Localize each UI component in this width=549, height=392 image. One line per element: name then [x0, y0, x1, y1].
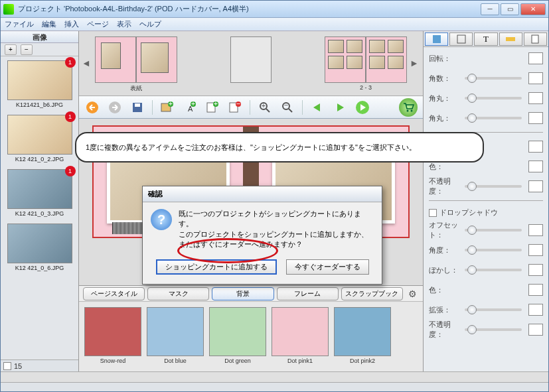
menu-file[interactable]: ファイル — [5, 19, 34, 29]
tab-page-style[interactable]: ページスタイル — [83, 287, 145, 300]
close-button[interactable]: ✕ — [520, 3, 546, 15]
slider[interactable] — [465, 185, 522, 188]
thumbnail-image: 1 — [7, 60, 72, 100]
settings-icon[interactable]: ⚙ — [406, 287, 419, 300]
tab-page-icon[interactable] — [524, 33, 547, 46]
swatch-preview — [272, 307, 329, 356]
value-box[interactable] — [528, 72, 543, 84]
color-well[interactable] — [528, 284, 543, 296]
slider[interactable] — [465, 117, 522, 119]
swatch-item[interactable]: Dot blue — [147, 307, 204, 366]
menu-page[interactable]: ページ — [87, 19, 109, 29]
value-box[interactable] — [528, 141, 543, 153]
tab-shape-icon[interactable] — [425, 33, 448, 46]
tab-color-icon[interactable] — [499, 33, 522, 46]
add-image-button[interactable]: + — [159, 99, 175, 115]
spread-blank[interactable] — [230, 36, 272, 84]
dialog-line1: 既に一つのプロジェクトがショッピングカートにあります。 — [179, 209, 374, 229]
zoom-out-button[interactable]: − — [279, 99, 295, 115]
value-box[interactable] — [528, 180, 543, 192]
swatch-item[interactable]: Dot pink2 — [334, 307, 391, 366]
menu-help[interactable]: ヘルプ — [139, 19, 161, 29]
swatch-preview — [334, 307, 391, 356]
menu-view[interactable]: 表示 — [117, 19, 131, 29]
svg-point-24 — [411, 109, 413, 111]
page-strip: ◄ 表紙 — [79, 31, 423, 96]
value-box[interactable] — [528, 112, 543, 124]
svg-text:+: + — [191, 101, 195, 107]
spread-2-3[interactable]: 2 - 3 — [325, 36, 407, 91]
strip-prev-button[interactable]: ◄ — [82, 58, 92, 68]
add-image-button[interactable]: + — [5, 44, 17, 55]
slider[interactable] — [465, 269, 522, 271]
slider[interactable] — [465, 249, 522, 251]
tab-scrapbook[interactable]: スクラップブック — [341, 287, 403, 300]
swatch-item[interactable]: Dot green — [209, 307, 266, 366]
swatch-label: Dot green — [224, 358, 251, 364]
dialog-body: ? 既に一つのプロジェクトがショッピングカートにあります。 このプロジェクトをシ… — [143, 202, 382, 259]
add-to-cart-button[interactable]: ショッピングカートに追加する — [156, 259, 277, 275]
next-page-button[interactable] — [332, 99, 348, 115]
assets-tabs: ページスタイル マスク 背景 フレーム スクラップブック ⚙ — [79, 286, 423, 302]
thumbnail-filename: K12 421_0_2.JPG — [15, 156, 64, 163]
horizontal-scrollbar[interactable] — [1, 371, 548, 382]
tab-mask[interactable]: マスク — [147, 287, 209, 300]
slider[interactable] — [465, 328, 522, 331]
image-count: 15 — [14, 362, 22, 370]
undo-button[interactable] — [84, 99, 100, 115]
zoom-in-button[interactable]: + — [257, 99, 273, 115]
thumbnail-image: 1 — [7, 169, 72, 209]
instruction-text: 1度に複数の異なるアイテムをご注文のお客様は、"ショッピングカートに追加する"を… — [86, 143, 416, 153]
value-box[interactable] — [528, 244, 543, 256]
value-box[interactable] — [528, 324, 543, 336]
tab-border-icon[interactable] — [449, 33, 473, 46]
list-item[interactable]: 1 K12 421_0_2.JPG — [3, 115, 76, 163]
images-panel: 画像 + − 1 K121421_b6.JPG 1 K12 421_0_2.JP… — [1, 31, 79, 371]
value-box[interactable] — [528, 224, 543, 236]
svg-text:+: + — [262, 101, 266, 109]
order-now-button[interactable]: 今すぐオーダーする — [286, 259, 369, 275]
list-item[interactable]: K12 421_0_6.JPG — [3, 224, 76, 271]
minimize-button[interactable]: ─ — [481, 3, 499, 15]
question-icon: ? — [151, 209, 172, 230]
swatch-item[interactable]: Dot pink1 — [272, 307, 329, 366]
spread-cover[interactable]: 表紙 — [95, 36, 177, 93]
value-box[interactable] — [528, 304, 543, 316]
value-box[interactable] — [528, 92, 543, 104]
menu-insert[interactable]: 挿入 — [64, 19, 79, 29]
tab-frame[interactable]: フレーム — [277, 287, 339, 300]
app-icon — [3, 4, 14, 15]
value-box[interactable] — [528, 52, 543, 64]
page-thumb — [95, 36, 136, 83]
tab-text-icon[interactable]: T — [474, 33, 497, 46]
strip-next-button[interactable]: ► — [410, 58, 420, 68]
slider[interactable] — [465, 97, 522, 99]
tab-background[interactable]: 背景 — [212, 287, 274, 300]
prev-page-button[interactable] — [309, 99, 325, 115]
slider[interactable] — [465, 77, 522, 80]
add-page-button[interactable]: + — [204, 99, 220, 115]
redo-button[interactable] — [107, 99, 123, 115]
dropshadow-checkbox[interactable]: ドロップシャドウ — [429, 208, 543, 218]
slider[interactable] — [465, 229, 522, 231]
slider[interactable] — [465, 308, 522, 311]
instruction-callout: 1度に複数の異なるアイテムをご注文のお客様は、"ショッピングカートに追加する"を… — [75, 132, 484, 163]
swatch-item[interactable]: Snow-red — [84, 307, 141, 366]
color-well[interactable] — [528, 161, 543, 172]
properties-body: 回転： 角数： 角丸： 角丸： リリーフ： 色： 不透明度： ドロップシャドウ … — [424, 47, 548, 371]
menu-edit[interactable]: 編集 — [42, 19, 56, 29]
play-preview-button[interactable] — [354, 99, 370, 115]
shopping-cart-button[interactable] — [399, 98, 418, 117]
add-text-button[interactable]: A+ — [182, 99, 198, 115]
remove-image-button[interactable]: − — [21, 44, 33, 55]
svg-text:−: − — [236, 101, 240, 107]
delete-page-button[interactable]: − — [227, 99, 243, 115]
list-item[interactable]: 1 K121421_b6.JPG — [3, 60, 76, 108]
grid-view-icon[interactable] — [3, 362, 11, 370]
confirm-dialog: 確認 ? 既に一つのプロジェクトがショッピングカートにあります。 このプロジェク… — [142, 186, 382, 285]
maximize-button[interactable]: ▭ — [501, 3, 519, 15]
save-button[interactable] — [129, 99, 145, 115]
value-box[interactable] — [528, 264, 543, 276]
list-item[interactable]: 1 K12 421_0_3.JPG — [3, 169, 76, 217]
spread-label: 表紙 — [130, 84, 142, 93]
